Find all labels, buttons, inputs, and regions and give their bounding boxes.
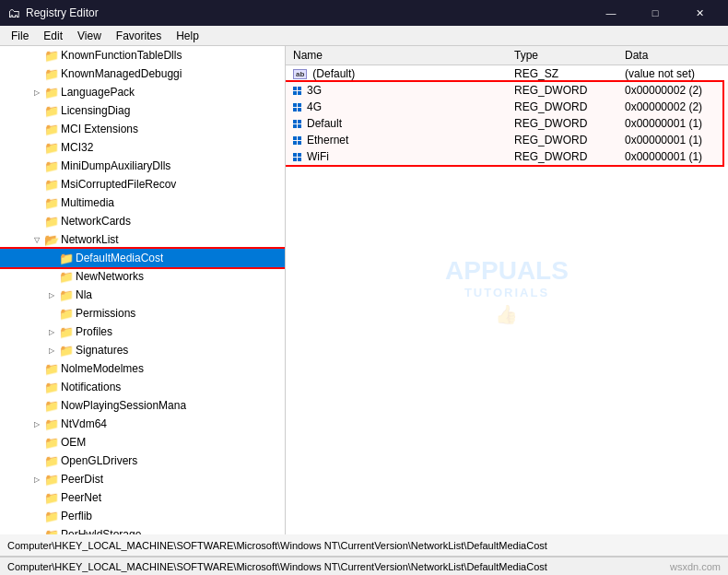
tree-expander-networklist[interactable]: ▽: [29, 236, 44, 244]
tree-item-networkcards[interactable]: 📁NetworkCards: [0, 212, 285, 230]
menu-favorites[interactable]: Favorites: [109, 28, 169, 44]
col-header-type: Type: [507, 46, 617, 65]
tree-item-perflib[interactable]: 📁Perflib: [0, 507, 285, 525]
tree-expander-languagepack[interactable]: ▷: [29, 88, 44, 97]
folder-icon-perhwld: 📁: [44, 528, 59, 535]
cell-name-defaultval: Default: [286, 115, 507, 132]
tree-item-peernet[interactable]: 📁PeerNet: [0, 488, 285, 507]
tree-item-known[interactable]: 📁KnownFunctionTableDlls: [0, 46, 285, 65]
grid-icon-wifi: [293, 153, 301, 161]
cell-name-text-defaultval: Default: [307, 117, 342, 130]
tree-label-mciext: MCI Extensions: [61, 123, 138, 135]
menu-edit[interactable]: Edit: [36, 28, 70, 44]
registry-values-table: Name Type Data ab(Default)REG_SZ(value n…: [286, 46, 728, 165]
tree-item-notifications[interactable]: 📁Notifications: [0, 378, 285, 396]
tree-item-languagepack[interactable]: ▷📁LanguagePack: [0, 83, 285, 101]
cell-name-wifi: WiFi: [286, 148, 507, 165]
menu-file[interactable]: File: [4, 28, 36, 44]
address-bar: Computer\HKEY_LOCAL_MACHINE\SOFTWARE\Mic…: [0, 534, 728, 557]
tree-label-minidump: MiniDumpAuxiliaryDlls: [61, 159, 170, 172]
folder-icon-minidump: 📁: [44, 159, 59, 173]
table-row-wifi[interactable]: WiFiREG_DWORD0x00000001 (1): [286, 148, 728, 165]
table-row-4g[interactable]: 4GREG_DWORD0x00000002 (2): [286, 99, 728, 115]
status-bar: Computer\HKEY_LOCAL_MACHINE\SOFTWARE\Mic…: [0, 557, 728, 575]
tree-label-knownm: KnownManagedDebuggi: [61, 67, 182, 80]
tree-expander-peerdist[interactable]: ▷: [29, 475, 44, 484]
cell-name-default: ab(Default): [286, 65, 507, 83]
folder-icon-msicorrupted: 📁: [44, 178, 59, 192]
tree-item-ntvdm64[interactable]: ▷📁NtVdm64: [0, 415, 285, 433]
col-header-name: Name: [286, 46, 507, 65]
cell-data-3g: 0x00000002 (2): [617, 82, 728, 99]
folder-icon-permissions: 📁: [59, 307, 74, 321]
menu-view[interactable]: View: [70, 28, 109, 44]
tree-expander-signatures[interactable]: ▷: [44, 346, 59, 355]
tree-item-opengl[interactable]: 📁OpenGLDrivers: [0, 452, 285, 470]
folder-icon-signatures: 📁: [59, 344, 74, 358]
table-row-ethernet[interactable]: EthernetREG_DWORD0x00000001 (1): [286, 132, 728, 148]
folder-icon-peerdist: 📁: [44, 473, 59, 487]
tree-item-licensingdiag[interactable]: 📁LicensingDiag: [0, 101, 285, 120]
app-icon: 🗂: [7, 6, 20, 20]
folder-icon-networkcards: 📁: [44, 215, 59, 229]
cell-type-default: REG_SZ: [507, 65, 617, 83]
folder-icon-oem: 📁: [44, 436, 59, 450]
folder-icon-defaultmediacost: 📁: [59, 252, 74, 265]
tree-item-perhwld[interactable]: 📁PerHwldStorage: [0, 525, 285, 534]
folder-icon-profiles: 📁: [59, 325, 74, 339]
folder-icon-networklist: 📂: [44, 233, 59, 247]
tree-item-defaultmediacost[interactable]: 📁DefaultMediaCost: [0, 249, 285, 267]
table-row-3g[interactable]: 3GREG_DWORD0x00000002 (2): [286, 82, 728, 99]
grid-icon-4g: [293, 103, 301, 111]
folder-icon-multimedia: 📁: [44, 196, 59, 210]
tree-label-permissions: Permissions: [76, 307, 135, 320]
cell-type-3g: REG_DWORD: [507, 82, 617, 99]
table-row-defaultval[interactable]: DefaultREG_DWORD0x00000001 (1): [286, 115, 728, 132]
grid-icon-3g: [293, 87, 301, 95]
tree-item-newnetworks[interactable]: 📁NewNetworks: [0, 267, 285, 286]
tree-label-signatures: Signatures: [76, 344, 128, 357]
minimize-button[interactable]: —: [590, 0, 632, 26]
tree-item-oem[interactable]: 📁OEM: [0, 433, 285, 452]
tree-label-networklist: NetworkList: [61, 233, 119, 246]
folder-icon-licensingdiag: 📁: [44, 104, 59, 118]
tree-label-opengl: OpenGLDrivers: [61, 454, 137, 467]
tree-item-mciext[interactable]: 📁MCI Extensions: [0, 120, 285, 138]
app-title: Registry Editor: [26, 6, 584, 19]
values-panel: APPUALS TUTORIALS 👍 Name Type Data ab(De…: [286, 46, 728, 534]
tree-expander-nla[interactable]: ▷: [44, 291, 59, 299]
maximize-button[interactable]: □: [634, 0, 676, 26]
ab-icon-default: ab: [293, 69, 307, 79]
tree-label-languagepack: LanguagePack: [61, 86, 135, 99]
tree-item-nla[interactable]: ▷📁Nla: [0, 286, 285, 304]
tree-item-peerdist[interactable]: ▷📁PeerDist: [0, 470, 285, 488]
folder-icon-mciext: 📁: [44, 123, 59, 136]
close-button[interactable]: ✕: [678, 0, 721, 26]
tree-item-multimedia[interactable]: 📁Multimedia: [0, 194, 285, 212]
tree-expander-ntvdm64[interactable]: ▷: [29, 420, 44, 428]
tree-item-signatures[interactable]: ▷📁Signatures: [0, 341, 285, 359]
tree-item-networklist[interactable]: ▽📂NetworkList: [0, 230, 285, 249]
tree-item-nowplaying[interactable]: 📁NowPlayingSessionMana: [0, 396, 285, 415]
tree-label-msicorrupted: MsiCorruptedFileRecov: [61, 178, 176, 191]
menu-help[interactable]: Help: [169, 28, 206, 44]
tree-item-permissions[interactable]: 📁Permissions: [0, 304, 285, 323]
tree-item-profiles[interactable]: ▷📁Profiles: [0, 323, 285, 341]
tree-item-nolmemodel[interactable]: 📁NolmeModelmes: [0, 359, 285, 378]
tree-label-newnetworks: NewNetworks: [76, 270, 144, 283]
tree-item-minidump[interactable]: 📁MiniDumpAuxiliaryDlls: [0, 157, 285, 175]
folder-icon-nolmemodel: 📁: [44, 362, 59, 376]
registry-tree[interactable]: 📁KnownFunctionTableDlls📁KnownManagedDebu…: [0, 46, 286, 534]
tree-label-oem: OEM: [61, 436, 86, 449]
tree-item-mci32[interactable]: 📁MCI32: [0, 138, 285, 157]
folder-icon-newnetworks: 📁: [59, 270, 74, 284]
tree-item-msicorrupted[interactable]: 📁MsiCorruptedFileRecov: [0, 175, 285, 194]
cell-data-4g: 0x00000002 (2): [617, 99, 728, 115]
cell-name-3g: 3G: [286, 82, 507, 99]
tree-expander-profiles[interactable]: ▷: [44, 328, 59, 336]
cell-name-ethernet: Ethernet: [286, 132, 507, 148]
tree-label-nla: Nla: [76, 288, 92, 301]
tree-label-networkcards: NetworkCards: [61, 215, 131, 228]
tree-item-knownm[interactable]: 📁KnownManagedDebuggi: [0, 65, 285, 83]
table-row-default[interactable]: ab(Default)REG_SZ(value not set): [286, 65, 728, 83]
